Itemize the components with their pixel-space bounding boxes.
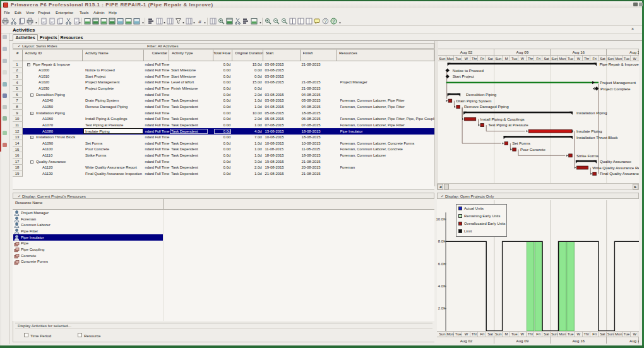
svg-text:Drain Piping System: Drain Piping System [456,99,491,103]
svg-text:Remove Damaged Piping: Remove Damaged Piping [464,104,509,109]
svg-text:Pipe Repair & Improve: Pipe Repair & Improve [600,62,640,66]
svg-text:Demolition Piping: Demolition Piping [466,92,497,97]
svg-text:?: ? [325,19,327,23]
svg-text:Installation Thrust Block: Installation Thrust Block [576,135,618,140]
svg-text:#: # [198,19,201,25]
svg-text:Set Forms: Set Forms [512,141,530,145]
svg-text:Strike Forms: Strike Forms [576,153,599,158]
svg-text:Quality Assurance: Quality Assurance [600,159,631,164]
svg-text:Test Piping at Pressure: Test Piping at Pressure [488,123,528,127]
svg-text:Install Piping & Couplings: Install Piping & Couplings [480,117,525,121]
svg-text:Pour Concrete: Pour Concrete [520,147,546,152]
svg-text:Project Management: Project Management [600,80,636,85]
svg-text:Project Complete: Project Complete [600,87,631,91]
svg-text:Notice to Proceed: Notice to Proceed [453,68,484,73]
svg-text:Write Quality Assurance Repo: Write Quality Assurance Repo [592,165,639,170]
svg-text:Final Quality Assurance I: Final Quality Assurance I [600,171,639,176]
svg-text:Start Project: Start Project [453,74,474,78]
svg-text:?: ? [333,19,335,23]
svg-text:Insulate Piping: Insulate Piping [576,129,602,133]
svg-text:Installation Piping: Installation Piping [576,111,607,115]
